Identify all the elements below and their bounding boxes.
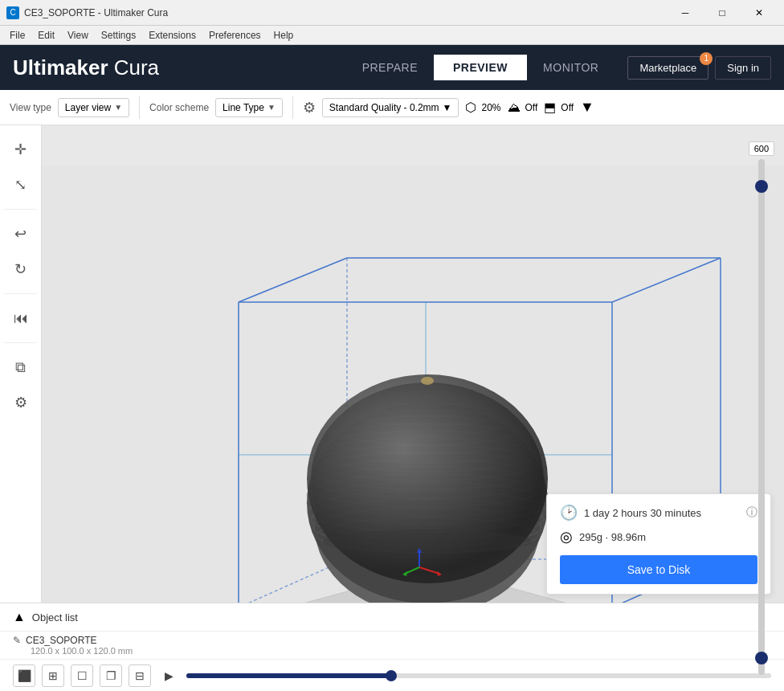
progress-handle[interactable]	[386, 670, 397, 681]
tool-btn-grid[interactable]: ⊞	[42, 664, 64, 687]
quality-value: Standard Quality - 0.2mm	[329, 102, 439, 113]
support-icon: ⛰	[508, 100, 521, 115]
menu-view[interactable]: View	[61, 28, 95, 43]
edit-icon[interactable]: ✎	[13, 635, 21, 646]
progress-fill	[186, 673, 391, 678]
adhesion-value: Off	[561, 102, 574, 113]
object-list-header: ▲ Object list	[0, 603, 784, 632]
divider-1	[139, 96, 140, 119]
adhesion-icon: ⬒	[544, 100, 556, 115]
tool-reset[interactable]: ↻	[6, 255, 35, 284]
tool-btn-clone[interactable]: ❐	[100, 664, 122, 687]
infill-icon: ⬡	[465, 100, 476, 115]
marketplace-button[interactable]: Marketplace 1	[627, 56, 708, 80]
tool-btn-cube[interactable]: ⬛	[13, 664, 35, 687]
view-type-select[interactable]: Layer view ▼	[58, 98, 129, 117]
svg-point-50	[323, 529, 532, 554]
header-right: Marketplace 1 Sign in	[627, 56, 771, 80]
minimize-button[interactable]: ─	[667, 0, 704, 26]
tool-undo[interactable]: ↩	[6, 219, 35, 248]
infill-section: ⬡ 20%	[465, 100, 500, 115]
weight-icon: ◎	[560, 528, 573, 546]
color-scheme-select[interactable]: Line Type ▼	[215, 98, 283, 117]
object-item: ✎ CE3_SOPORTE 120.0 x 100.0 x 120.0 mm	[0, 632, 784, 659]
save-to-disk-button[interactable]: Save to Disk	[560, 555, 757, 584]
window-controls: ─ □ ✕	[667, 0, 778, 26]
print-time-row: 🕑 1 day 2 hours 30 minutes ⓘ	[560, 504, 757, 521]
menu-settings[interactable]: Settings	[95, 28, 142, 43]
svg-point-49	[421, 377, 434, 385]
sidebar-divider-1	[4, 209, 37, 210]
object-list-label: Object list	[32, 611, 78, 624]
tool-move[interactable]: ✛	[6, 135, 35, 164]
view-type-arrow: ▼	[114, 103, 122, 112]
color-scheme-label: Color scheme	[149, 102, 209, 113]
play-button[interactable]: ▶	[157, 664, 180, 687]
app-icon: C	[6, 6, 19, 19]
support-value: Off	[525, 102, 538, 113]
quality-selector[interactable]: Standard Quality - 0.2mm ▼	[322, 98, 459, 117]
sign-in-button[interactable]: Sign in	[715, 56, 771, 80]
marketplace-badge: 1	[700, 52, 713, 65]
title-bar: C CE3_SOPORTE - Ultimaker Cura ─ □ ✕	[0, 0, 784, 26]
divider-2	[292, 96, 293, 119]
toolbar: View type Layer view ▼ Color scheme Line…	[0, 90, 784, 125]
close-button[interactable]: ✕	[741, 0, 778, 26]
tab-preview[interactable]: PREVIEW	[434, 55, 527, 80]
slider-handle-bottom[interactable]	[755, 652, 768, 664]
nav-tabs: PREPARE PREVIEW MONITOR	[346, 55, 615, 80]
layer-value: 600	[749, 141, 774, 156]
print-weight-text: 295g · 98.96m	[579, 531, 757, 543]
print-time-text: 1 day 2 hours 30 minutes	[584, 507, 740, 519]
tool-support[interactable]: ⚙	[6, 388, 35, 417]
color-scheme-arrow: ▼	[267, 103, 276, 112]
tool-skip[interactable]: ⏮	[6, 304, 35, 333]
object-name: ✎ CE3_SOPORTE	[13, 635, 771, 646]
bottom-panel: ▲ Object list ✎ CE3_SOPORTE 120.0 x 100.…	[0, 603, 784, 691]
menu-help[interactable]: Help	[267, 28, 300, 43]
menu-preferences[interactable]: Preferences	[202, 28, 267, 43]
menu-bar: File Edit View Settings Extensions Prefe…	[0, 26, 784, 45]
clock-icon: 🕑	[560, 504, 578, 521]
sidebar-divider-3	[4, 342, 37, 343]
slider-handle-top[interactable]	[755, 180, 768, 193]
maximize-button[interactable]: □	[704, 0, 741, 26]
tool-btn-box[interactable]: ☐	[71, 664, 93, 687]
logo-light: Cura	[108, 55, 160, 80]
collapse-icon[interactable]: ▲	[13, 610, 26, 624]
slider-track[interactable]	[758, 159, 765, 675]
tool-scale[interactable]: ⤡	[6, 170, 35, 199]
color-scheme-value: Line Type	[223, 102, 264, 113]
menu-edit[interactable]: Edit	[31, 28, 61, 43]
object-name-text: CE3_SOPORTE	[26, 635, 96, 646]
tool-btn-array[interactable]: ⊟	[129, 664, 151, 687]
object-dimensions: 120.0 x 100.0 x 120.0 mm	[31, 646, 771, 656]
layer-slider[interactable]: 600	[749, 141, 774, 675]
tab-prepare[interactable]: PREPARE	[346, 55, 434, 80]
view-type-value: Layer view	[65, 102, 111, 113]
tab-monitor[interactable]: MONITOR	[527, 55, 615, 80]
expand-icon[interactable]: ▼	[580, 99, 594, 116]
app-header: Ultimaker Cura PREPARE PREVIEW MONITOR M…	[0, 45, 784, 90]
progress-bar[interactable]	[186, 673, 771, 678]
app-logo: Ultimaker Cura	[13, 55, 346, 80]
infill-value: 20%	[481, 102, 500, 113]
adhesion-section: ⬒ Off	[544, 100, 574, 115]
settings-icon[interactable]: ⚙	[303, 99, 316, 117]
tool-multiply[interactable]: ⧉	[6, 353, 35, 382]
view-type-label: View type	[10, 102, 51, 113]
support-section: ⛰ Off	[508, 100, 538, 115]
bottom-tools: ⬛ ⊞ ☐ ❐ ⊟ ▶	[0, 659, 784, 691]
menu-file[interactable]: File	[3, 28, 31, 43]
window-title: CE3_SOPORTE - Ultimaker Cura	[24, 7, 667, 18]
quality-arrow: ▼	[443, 102, 452, 113]
sidebar-divider-2	[4, 293, 37, 294]
print-info-panel: 🕑 1 day 2 hours 30 minutes ⓘ ◎ 295g · 98…	[546, 493, 771, 595]
logo-bold: Ultimaker	[13, 55, 108, 80]
print-weight-row: ◎ 295g · 98.96m	[560, 528, 757, 546]
menu-extensions[interactable]: Extensions	[142, 28, 202, 43]
